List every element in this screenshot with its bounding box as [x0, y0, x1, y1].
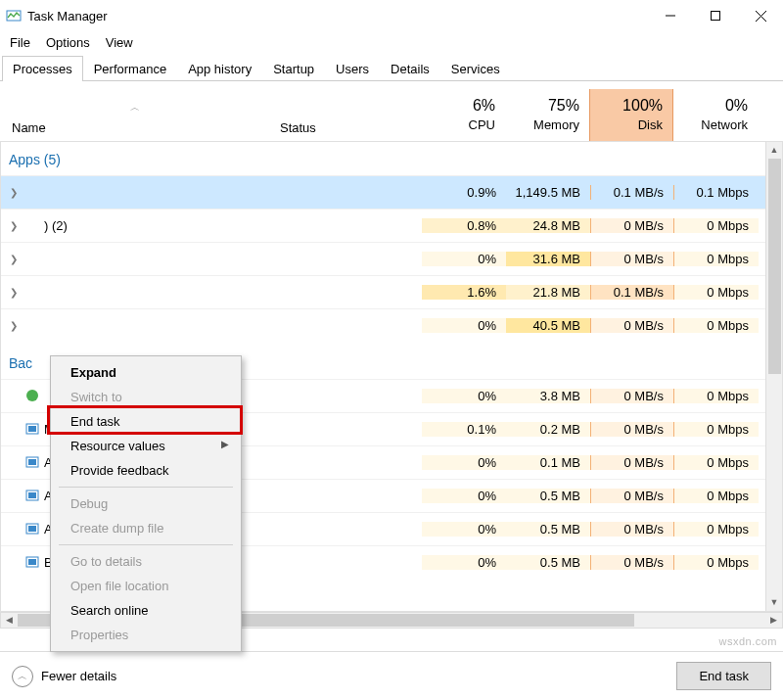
process-net: 0 Mbps — [674, 389, 759, 403]
scroll-right-icon[interactable]: ▶ — [765, 613, 782, 628]
end-task-button[interactable]: End task — [676, 662, 771, 690]
process-disk: 0 MB/s — [590, 318, 674, 333]
expand-icon[interactable]: ❯ — [7, 320, 21, 331]
process-row[interactable]: ❯ 0.9% 1,149.5 MB 0.1 MB/s 0.1 Mbps — [1, 175, 782, 209]
group-apps[interactable]: Apps (5) — [1, 142, 782, 175]
window-title: Task Manager — [27, 9, 648, 23]
column-header-row: ︿ Name Status 6% CPU 75% Memory 100% Dis… — [0, 89, 783, 142]
process-mem: 21.8 MB — [506, 285, 590, 300]
title-bar: Task Manager — [0, 0, 783, 31]
process-mem: 1,149.5 MB — [506, 185, 590, 200]
expand-icon[interactable]: ❯ — [7, 220, 21, 231]
column-disk[interactable]: 100% Disk — [589, 89, 673, 141]
tab-services[interactable]: Services — [440, 56, 511, 81]
ctx-resource-values[interactable]: Resource values▶ — [53, 434, 239, 458]
process-cpu: 0% — [422, 389, 506, 403]
window-controls — [648, 0, 783, 31]
process-disk: 0 MB/s — [590, 422, 674, 437]
tab-performance[interactable]: Performance — [83, 56, 177, 81]
process-icon — [24, 217, 40, 233]
process-icon — [24, 521, 40, 537]
tab-strip: Processes Performance App history Startu… — [0, 56, 783, 81]
process-disk: 0 MB/s — [590, 555, 674, 570]
scroll-left-icon[interactable]: ◀ — [1, 613, 18, 628]
ctx-expand[interactable]: Expand — [53, 360, 239, 385]
ctx-debug: Debug — [53, 491, 239, 516]
column-cpu[interactable]: 6% CPU — [421, 89, 505, 141]
maximize-button[interactable] — [693, 0, 738, 31]
process-net: 0.1 Mbps — [674, 185, 759, 200]
svg-rect-7 — [28, 426, 36, 432]
process-row[interactable]: ❯ 0% 40.5 MB 0 MB/s 0 Mbps — [1, 308, 782, 342]
expand-icon[interactable]: ❯ — [7, 287, 21, 298]
scroll-up-icon[interactable]: ▲ — [766, 142, 782, 159]
expand-icon[interactable]: ❯ — [7, 254, 21, 264]
svg-rect-2 — [712, 12, 720, 21]
menu-bar: File Options View — [0, 31, 783, 56]
svg-rect-15 — [28, 559, 36, 565]
tab-app-history[interactable]: App history — [177, 56, 262, 81]
tab-users[interactable]: Users — [325, 56, 380, 81]
process-net: 0 Mbps — [674, 455, 759, 470]
process-disk: 0.1 MB/s — [590, 185, 674, 200]
process-row[interactable]: ❯ 1.6% 21.8 MB 0.1 MB/s 0 Mbps — [1, 275, 782, 308]
chevron-up-icon: ︿ — [12, 666, 33, 687]
process-row[interactable]: ❯ ) (2) 0.8% 24.8 MB 0 MB/s 0 Mbps — [1, 209, 782, 242]
process-net: 0 Mbps — [674, 318, 759, 333]
scroll-down-icon[interactable]: ▼ — [766, 594, 782, 611]
process-cpu: 0% — [422, 318, 506, 333]
process-name: ) (2) — [44, 218, 68, 233]
process-mem: 3.8 MB — [506, 389, 590, 403]
process-mem: 0.5 MB — [506, 555, 590, 570]
process-mem: 0.2 MB — [506, 422, 590, 437]
scroll-thumb[interactable] — [768, 159, 781, 374]
process-icon — [24, 184, 40, 200]
process-mem: 40.5 MB — [506, 318, 590, 333]
process-net: 0 Mbps — [674, 285, 759, 300]
process-icon — [24, 284, 40, 300]
process-mem: 0.5 MB — [506, 522, 590, 537]
process-icon — [24, 554, 40, 570]
expand-icon[interactable]: ❯ — [7, 187, 21, 198]
ctx-open-file-location: Open file location — [53, 574, 239, 598]
column-network[interactable]: 0% Network — [673, 89, 758, 141]
svg-rect-13 — [28, 526, 36, 532]
tab-details[interactable]: Details — [380, 56, 440, 81]
fewer-details-toggle[interactable]: ︿ Fewer details — [12, 666, 116, 687]
menu-separator — [59, 544, 233, 545]
minimize-button[interactable] — [648, 0, 693, 31]
column-memory[interactable]: 75% Memory — [505, 89, 589, 141]
menu-view[interactable]: View — [106, 35, 133, 50]
column-status[interactable]: Status — [274, 89, 421, 141]
process-disk: 0 MB/s — [590, 252, 674, 266]
ctx-provide-feedback[interactable]: Provide feedback — [53, 458, 239, 483]
process-disk: 0 MB/s — [590, 455, 674, 470]
process-net: 0 Mbps — [674, 522, 759, 537]
process-icon — [24, 421, 40, 437]
process-icon — [24, 317, 40, 333]
tab-startup[interactable]: Startup — [262, 56, 325, 81]
process-disk: 0 MB/s — [590, 489, 674, 503]
ctx-create-dump-file: Create dump file — [53, 516, 239, 540]
process-net: 0 Mbps — [674, 489, 759, 503]
process-cpu: 0% — [422, 522, 506, 537]
process-disk: 0 MB/s — [590, 218, 674, 233]
menu-separator — [59, 487, 233, 488]
process-row[interactable]: ❯ 0% 31.6 MB 0 MB/s 0 Mbps — [1, 242, 782, 275]
tab-processes[interactable]: Processes — [2, 56, 83, 81]
ctx-switch-to: Switch to — [53, 385, 239, 409]
process-disk: 0 MB/s — [590, 389, 674, 403]
column-name[interactable]: ︿ Name — [0, 89, 274, 141]
process-cpu: 0.8% — [422, 218, 506, 233]
process-net: 0 Mbps — [674, 555, 759, 570]
svg-rect-9 — [28, 459, 36, 465]
ctx-end-task[interactable]: End task — [53, 409, 239, 434]
vertical-scrollbar[interactable]: ▲ ▼ — [765, 142, 782, 611]
process-mem: 24.8 MB — [506, 218, 590, 233]
process-mem: 31.6 MB — [506, 252, 590, 266]
menu-options[interactable]: Options — [46, 35, 90, 50]
menu-file[interactable]: File — [10, 35, 30, 50]
process-net: 0 Mbps — [674, 252, 759, 266]
close-button[interactable] — [738, 0, 783, 31]
ctx-search-online[interactable]: Search online — [53, 598, 239, 623]
